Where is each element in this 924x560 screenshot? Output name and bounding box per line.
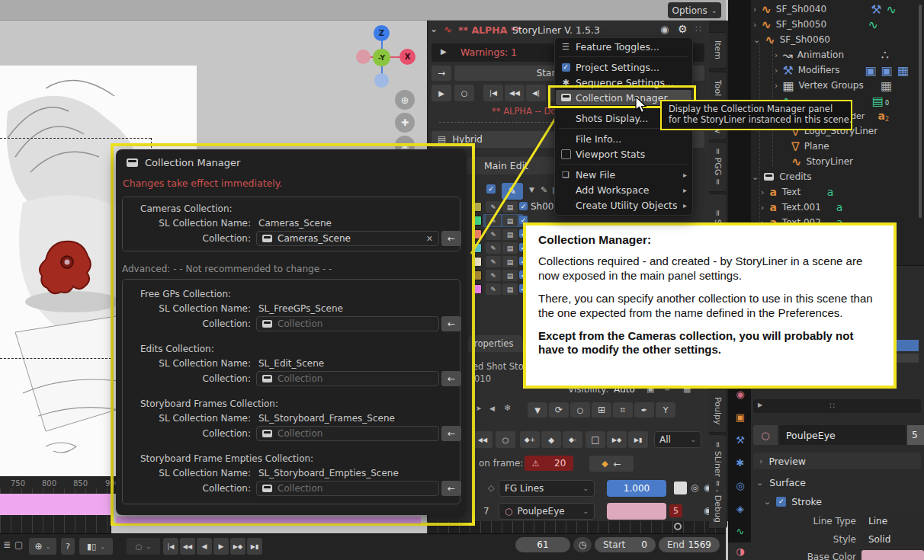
collapsed-panel-row[interactable]: ▶ ∷ bbox=[753, 399, 921, 413]
cameras-restore-button[interactable]: ← bbox=[441, 231, 461, 246]
record-button[interactable]: ○ bbox=[454, 85, 474, 101]
modifiers-tab-icon[interactable]: ⚒ bbox=[733, 434, 747, 446]
storyboard-empties-restore-button[interactable]: ← bbox=[441, 481, 461, 496]
refresh-button[interactable]: ⟳ bbox=[549, 402, 569, 418]
outliner-row-text-001[interactable]: › a Text.001 a bbox=[761, 200, 919, 215]
free-gps-restore-button[interactable]: ← bbox=[441, 316, 461, 331]
prev-frame-button[interactable]: ◀ bbox=[197, 538, 212, 555]
line-type-dropdown[interactable]: Line bbox=[861, 514, 924, 529]
jump-to-key-button[interactable]: ◆ ← bbox=[589, 456, 634, 472]
outliner-row-sf-sh0050[interactable]: › ∿ SF_Sh0050 ∿ bbox=[753, 17, 918, 32]
expand-icon[interactable]: › bbox=[753, 5, 756, 14]
shot-notes-button[interactable]: ▤ bbox=[502, 201, 518, 213]
shots-enable-checkbox[interactable]: ✓ bbox=[486, 184, 496, 194]
jump-start-button[interactable]: |◀ bbox=[483, 85, 503, 101]
autokey-button[interactable]: ○ ⌄ bbox=[127, 538, 160, 555]
storyboard-empties-collection-field[interactable]: Collection bbox=[256, 481, 439, 496]
stroke-checkbox[interactable]: ✓ bbox=[776, 497, 786, 507]
outliner-row-modifiers[interactable]: › ⚒ Modifiers ▣ ▣ ▦ bbox=[775, 62, 919, 78]
gizmo-z-neg[interactable] bbox=[374, 73, 389, 88]
play-mode-arrow-button[interactable]: → bbox=[432, 66, 451, 81]
grid-button[interactable]: ⊞ bbox=[592, 402, 611, 418]
tab-item[interactable]: Item bbox=[709, 32, 727, 69]
base-color-swatch[interactable] bbox=[861, 550, 924, 560]
kf-button[interactable]: ◆ bbox=[541, 431, 561, 448]
material-name-field[interactable]: PoulpeEye bbox=[779, 425, 906, 445]
edits-restore-button[interactable]: ← bbox=[441, 371, 461, 386]
editor-type-icon[interactable]: ≣ bbox=[3, 539, 11, 550]
kf-end-button[interactable]: ▶▮ bbox=[628, 431, 648, 448]
filter-button[interactable]: ▼ bbox=[528, 402, 547, 418]
options-button[interactable]: Options ⌄ bbox=[668, 2, 721, 18]
tool-y-button[interactable]: Y bbox=[656, 402, 675, 418]
edits-collection-field[interactable]: Collection bbox=[256, 371, 439, 386]
expand-panel-icon[interactable]: ▶ bbox=[758, 402, 762, 408]
storyboard-frames-collection-field[interactable]: Collection bbox=[256, 426, 439, 441]
main-edit-tab[interactable]: Main Edit bbox=[467, 157, 555, 174]
edit-icon[interactable]: ✎ bbox=[541, 185, 547, 195]
kf-add-button[interactable]: ◆+ bbox=[520, 431, 540, 448]
surface-panel-header[interactable]: ⌄ Surface bbox=[753, 474, 921, 491]
tab-pgg[interactable]: = PGG = bbox=[709, 142, 727, 192]
menu-item-new-file[interactable]: ❏New File ▸ bbox=[556, 167, 691, 182]
timeline-scrubber-dot[interactable] bbox=[674, 523, 682, 530]
layer-dropdown[interactable]: ○ PoulpeEye ⌄ bbox=[499, 503, 595, 520]
stopwatch-button[interactable]: ◷ bbox=[573, 537, 592, 552]
fg-opacity-slider[interactable]: 1.000 bbox=[607, 480, 666, 497]
fg-layer-dropdown[interactable]: FG Lines⌄ bbox=[499, 480, 595, 497]
circle-select-button[interactable]: ○ bbox=[570, 402, 590, 418]
grip-icon[interactable]: ∷ bbox=[829, 401, 835, 411]
storyboard-frames-restore-button[interactable]: ← bbox=[441, 426, 461, 441]
shot-notes-button[interactable]: ▤ bbox=[502, 242, 518, 254]
current-frame-field[interactable]: 61 bbox=[515, 537, 570, 552]
free-gps-collection-field[interactable]: Collection bbox=[256, 316, 439, 331]
outliner-scrollbar[interactable] bbox=[919, 5, 922, 218]
panel-grip-icon[interactable]: ∷ bbox=[695, 24, 701, 34]
frame-end-field[interactable]: End 1569 bbox=[659, 537, 720, 552]
kf-prev-button[interactable]: ◀◀ bbox=[473, 431, 492, 448]
outliner-row-sf-sh0060[interactable]: ⌄ ∿ SF_Sh0060 bbox=[753, 32, 918, 47]
clear-icon[interactable]: ✕ bbox=[426, 234, 433, 244]
menu-item-add-workspace[interactable]: Add Workspace ▸ bbox=[556, 182, 691, 197]
effects-tab-icon[interactable]: ✱ bbox=[733, 457, 747, 469]
kf-del-button[interactable]: ◆- bbox=[563, 431, 582, 448]
expand-warnings-icon[interactable]: ▶ bbox=[441, 47, 447, 56]
help-book-button[interactable]: ? bbox=[61, 538, 75, 555]
gear-icon[interactable]: ⚙ bbox=[678, 23, 688, 35]
tab-poulpy[interactable]: Poulpy bbox=[709, 389, 727, 433]
draw-mode-button[interactable]: ✎ bbox=[502, 183, 523, 200]
preview-panel-header[interactable]: › Preview bbox=[753, 453, 921, 469]
play-button[interactable]: ▶ bbox=[432, 85, 451, 101]
shot-notes-button[interactable]: ▤ bbox=[502, 256, 518, 267]
goto-end-button[interactable]: ▶▮ bbox=[247, 538, 262, 555]
frame-start-field[interactable]: Start 0 bbox=[595, 537, 656, 552]
nav-gizmo[interactable]: Z -Y X bbox=[347, 21, 423, 94]
gizmo-x-neg[interactable] bbox=[356, 50, 371, 64]
play-forward-button[interactable]: ▶ bbox=[213, 538, 229, 555]
shot-draw-button[interactable]: ✎ bbox=[486, 201, 501, 213]
filter-icon[interactable]: ▼ bbox=[529, 186, 534, 194]
shot-draw-button[interactable]: ✎ bbox=[486, 229, 501, 240]
shot-draw-button[interactable]: ✎ bbox=[486, 242, 501, 254]
proportional-edit-button[interactable]: ⊕ ⌄ bbox=[29, 538, 56, 555]
stroke-subpanel-header[interactable]: ⌄ ✓ Stroke bbox=[764, 494, 921, 509]
kf-next-button[interactable]: ▶◆ bbox=[607, 431, 627, 448]
material-users-count[interactable]: 5 bbox=[907, 425, 924, 445]
menu-item-project-settings[interactable]: ✓Project Settings... bbox=[556, 59, 691, 75]
shot-notes-button[interactable]: ▤ bbox=[502, 270, 518, 281]
properties-subtab[interactable]: roperties bbox=[468, 335, 523, 352]
outliner-row-sf-sh0040[interactable]: › ∿ SF_Sh0040 ⚒ ∿ bbox=[753, 2, 918, 17]
kf-box-button[interactable]: □ bbox=[586, 431, 605, 448]
filter-all-dropdown[interactable]: All⌄ bbox=[654, 431, 701, 448]
shot-draw-button[interactable]: ✎ bbox=[486, 256, 501, 267]
outliner-row-animation[interactable]: › ↝ Animation ∴ bbox=[775, 47, 919, 62]
view-mode-button[interactable]: ▮▯ ⌄ bbox=[79, 538, 113, 555]
gizmo-x-axis[interactable]: X bbox=[399, 49, 415, 65]
pin-icon[interactable]: ➤ bbox=[476, 405, 482, 412]
menu-item-viewport-stats[interactable]: Viewport Stats bbox=[556, 146, 691, 162]
next-key-button[interactable]: ▶◆ bbox=[230, 538, 245, 555]
shot-notes-button[interactable]: ▤ bbox=[502, 215, 518, 226]
kf-record-button[interactable]: ○ bbox=[496, 431, 515, 448]
back-1-button[interactable]: ◀| bbox=[526, 85, 546, 101]
mute-icon[interactable]: ◀ bbox=[489, 405, 495, 412]
